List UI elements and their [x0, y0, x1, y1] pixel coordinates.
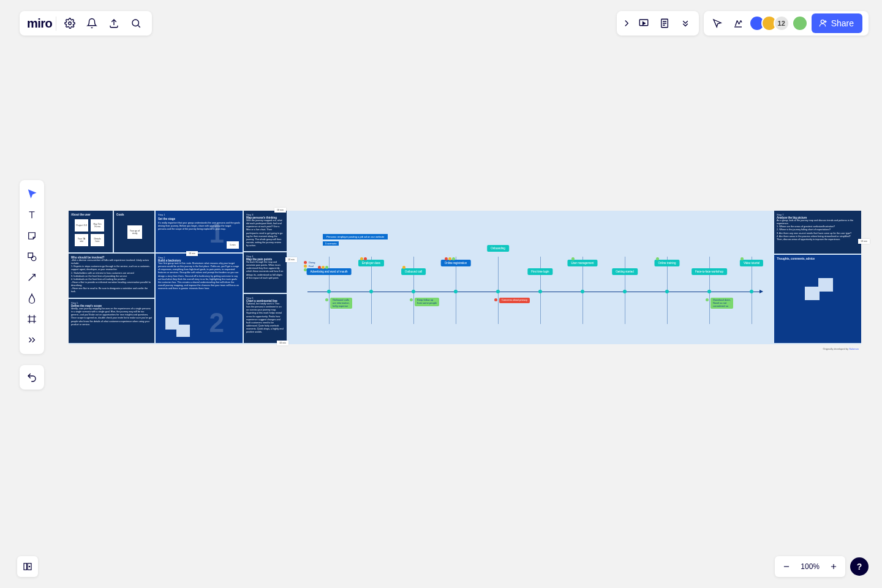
stage-label[interactable]: Onboarding [487, 245, 509, 252]
time-tag: 10 min [186, 251, 198, 256]
pain-point[interactable]: Download done, Novel as not considered s… [710, 298, 733, 309]
collab-pill: 12 Share [704, 11, 869, 36]
pen-tool[interactable] [20, 288, 44, 309]
pain-point[interactable]: Outbound calls are informative, hefty ex… [330, 298, 352, 309]
frame-step6[interactable]: Step 6 Chart a sentimental line Optional… [244, 294, 287, 343]
frame-about-user[interactable]: About the user Project X.0 Hay Ten Xv.ma… [69, 211, 113, 252]
help-button[interactable]: ? [850, 557, 869, 576]
stage-label[interactable]: First time login [527, 268, 552, 275]
sticky[interactable] [818, 278, 833, 292]
persona-name[interactable]: 5 scenario [323, 241, 339, 246]
shape-tool[interactable] [20, 246, 44, 267]
toolbar [20, 180, 44, 354]
stage-label[interactable]: Employer does [358, 260, 384, 266]
avatar [792, 15, 808, 31]
svg-rect-6 [24, 564, 27, 570]
upload-icon[interactable] [104, 13, 124, 33]
stage-label[interactable]: Outbound call [401, 268, 426, 275]
avatar-stack[interactable]: 12 [749, 15, 808, 31]
frame-who[interactable]: Who should be involved? - Ask a diverse … [69, 254, 154, 298]
frames-panel-button[interactable] [17, 556, 38, 577]
frame-thoughts[interactable]: Thoughts, comments, advice [774, 255, 861, 343]
chevron-double-down-icon[interactable] [676, 13, 695, 33]
pain-point[interactable]: Keep follow up from some people [415, 298, 439, 306]
zoom-in-button[interactable] [824, 557, 843, 576]
persona-chip[interactable]: Persona: employer posting a job ad on ou… [323, 234, 388, 239]
bell-icon[interactable] [82, 13, 102, 33]
svg-point-0 [69, 22, 72, 25]
logo[interactable]: miro [26, 17, 56, 31]
topbar-left: miro [20, 11, 152, 36]
sticky[interactable]: Your TA slot [75, 234, 88, 246]
reactions-icon[interactable] [728, 13, 748, 33]
share-button[interactable]: Share [812, 13, 862, 33]
sticky[interactable]: Details here [91, 234, 104, 246]
stage-label[interactable]: Face-to-face workshop [692, 268, 727, 275]
stage-label[interactable]: Video tutorial [740, 260, 763, 266]
text-tool[interactable] [20, 205, 44, 225]
svg-point-8 [29, 566, 30, 567]
select-tool[interactable] [20, 184, 44, 205]
frame-step4[interactable]: Step 4 Map the pain points Go back throu… [244, 252, 287, 293]
present-pill [617, 11, 699, 36]
board-canvas[interactable]: About the user Project X.0 Hay Ten Xv.ma… [69, 211, 861, 344]
time-sticky: 5 min [227, 241, 239, 249]
present-icon[interactable] [634, 13, 654, 33]
avatar-overflow: 12 [774, 15, 790, 31]
time-tag: 10 min [858, 239, 870, 244]
zoom-level[interactable]: 100% [796, 562, 824, 571]
frame-goals[interactable]: Goals Your go of study [114, 211, 154, 252]
frame-step3[interactable]: Step 3 Map persona's thinking With the j… [244, 211, 287, 251]
stage-label[interactable]: User management [567, 260, 597, 266]
frame-step5[interactable]: Step 5 Define the map's scope Ideally, u… [69, 299, 154, 343]
topbar-right: 12 Share [617, 11, 869, 36]
stage-label[interactable]: Advertising and word of mouth [307, 268, 352, 275]
stage-label[interactable]: Getting started [612, 268, 638, 275]
time-tag: 10 min [277, 341, 288, 345]
zoom-bar: 100% ? [775, 556, 869, 577]
sticky-tool[interactable] [20, 225, 44, 246]
search-icon[interactable] [126, 13, 146, 33]
stage-label[interactable]: Online registration [441, 260, 471, 266]
frame-step2[interactable]: Step 2 Build a backstory Your first grou… [156, 254, 243, 343]
arrow-tool[interactable] [20, 267, 44, 288]
undo-button[interactable] [20, 365, 44, 390]
pain-point[interactable]: Concerns about privacy [499, 298, 530, 303]
frame-step1[interactable]: Step 1 Set the stage It's really importa… [156, 211, 243, 252]
sticky[interactable] [176, 325, 190, 337]
notes-icon[interactable] [655, 13, 674, 33]
credit-text: Originally developed by Salomon [823, 347, 859, 350]
cursor-follow-icon[interactable] [707, 13, 727, 33]
stage-label[interactable]: Online training [654, 260, 679, 266]
sticky[interactable]: Project X.0 [75, 219, 88, 232]
sticky[interactable] [805, 287, 820, 300]
frame-step7[interactable]: Step 7 Analyze the big picture As a grou… [774, 211, 861, 254]
journey-axis [307, 292, 760, 292]
sticky[interactable]: Your go of study [127, 225, 142, 239]
more-tools[interactable] [20, 330, 44, 350]
zoom-out-button[interactable] [777, 557, 796, 576]
frame-tool[interactable] [20, 309, 44, 330]
chevron-right-icon[interactable] [620, 13, 633, 33]
svg-point-5 [31, 256, 36, 261]
journey-map[interactable]: Persona: employer posting a job ad on ou… [289, 211, 766, 344]
time-tag: 10 min [274, 208, 286, 213]
settings-icon[interactable] [60, 13, 80, 33]
sticky[interactable]: Hay Ten Xv.ma [91, 219, 104, 232]
svg-point-1 [132, 20, 139, 26]
